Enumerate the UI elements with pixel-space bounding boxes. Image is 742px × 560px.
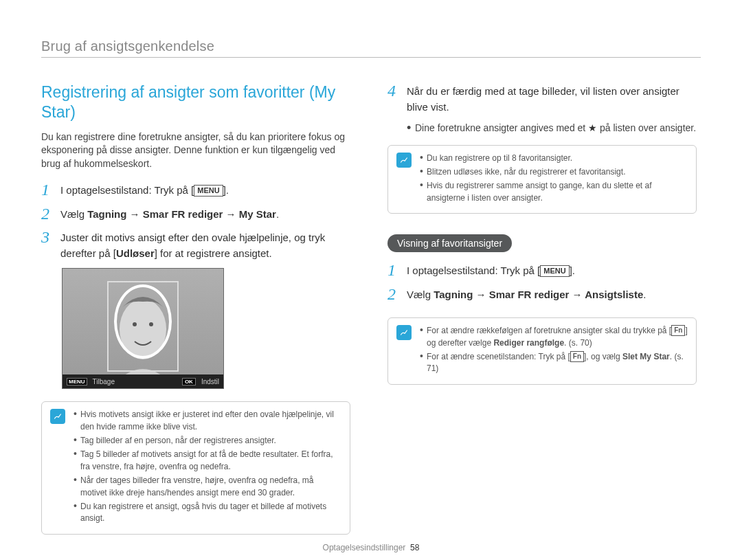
text: . [276,208,279,220]
note-box: Hvis motivets ansigt ikke er justeret in… [41,401,350,535]
page-number: 58 [410,543,419,552]
step-number: 3 [41,229,54,245]
text: ]. [570,265,575,276]
text: Dine foretrukne ansigter angives med et [415,122,588,133]
step-number: 1 [41,181,54,198]
bullet-item: Dine foretrukne ansigter angives med et … [407,122,697,135]
text: . [643,289,646,300]
note-item: Du kan registrere et ansigt, også hvis d… [74,501,341,525]
step-number: 1 [387,262,400,278]
step-1: 1 I optagelsestilstand: Tryk på [MENU]. [41,181,350,199]
note-item: For at ændre scenetilstanden: Tryk på [F… [420,351,688,375]
subsection-pill: Visning af favoritansigter [387,234,512,252]
bold: Slet My Star [622,352,670,361]
note-item: Tag 5 billeder af motivets ansigt for at… [74,449,341,473]
step-body: Vælg Tagning → Smar FR rediger → My Star… [60,205,279,223]
note-item: Tag billeder af en person, når der regis… [74,435,341,447]
oval-guide [114,284,172,359]
fn-key-icon: Fn [671,325,685,336]
step-number: 4 [387,82,400,99]
note-icon [50,409,65,424]
r-step-1: 1 I optagelsestilstand: Tryk på [MENU]. [387,262,697,279]
menu-path: Tagning → Smar FR rediger → My Star [87,208,276,220]
text: ]. [223,184,229,196]
star-icon: ★ [588,122,597,133]
page-footer: Optagelsesindstillinger 58 [41,543,701,552]
text: på listen over ansigter. [597,122,696,133]
text: ], og vælg [584,352,622,361]
text: . (s. 70) [564,338,592,348]
menu-key-icon: MENU [540,265,569,277]
text: Vælg [60,208,87,220]
note-item: Hvis motivets ansigt ikke er justeret in… [74,409,341,433]
menu-path: Tagning → Smar FR rediger → Ansigtsliste [434,289,643,300]
text: ] for at registrere ansigtet. [155,247,272,259]
note-list: Du kan registrere op til 8 favoritansigt… [420,153,688,207]
step-body: Vælg Tagning → Smar FR rediger → Ansigts… [407,286,646,303]
text: I optagelsestilstand: Tryk på [ [407,265,540,276]
set-label: Indstil [201,378,219,385]
menu-key-icon: MENU [194,185,223,197]
step-body: I optagelsestilstand: Tryk på [MENU]. [60,181,229,199]
step-number: 2 [387,286,400,302]
note-item: Når der tages billeder fra venstre, højr… [74,475,341,499]
figure-footer-bar: MENU Tilbage OK Indstil [63,374,223,388]
step-2: 2 Vælg Tagning → Smar FR rediger → My St… [41,205,350,223]
note-item: For at ændre rækkefølgen af foretrukne a… [420,325,688,349]
ok-label-icon: OK [182,378,196,385]
section-intro: Du kan registrere dine foretrukne ansigt… [41,131,350,171]
note-list: Hvis motivets ansigt ikke er justeret in… [74,409,341,527]
note-icon [396,325,412,340]
right-column: 4 Når du er færdig med at tage billeder,… [387,82,697,535]
menu-label-icon: MENU [67,378,87,385]
step-number: 2 [41,205,54,222]
note-item: Hvis du registrerer samme ansigt to gang… [420,180,688,204]
step-3: 3 Juster dit motivs ansigt efter den ova… [41,229,350,261]
fn-key-icon: Fn [570,351,584,362]
shutter-key: Udløser [116,247,155,259]
section-title: Registrering af ansigter som favoritter … [41,82,350,122]
note-box: Du kan registrere op til 8 favoritansigt… [387,145,697,214]
step-body: Når du er færdig med at tage billeder, v… [407,82,697,115]
page-header: Brug af ansigtsgenkendelse [41,38,701,58]
camera-preview-figure: MENU Tilbage OK Indstil [62,268,224,389]
text: For at ændre scenetilstanden: Tryk på [ [427,352,570,361]
step-body: Juster dit motivs ansigt efter den ovale… [60,229,350,261]
step-4: 4 Når du er færdig med at tage billeder,… [387,82,697,115]
note-icon [396,153,412,168]
step-4-bullets: Dine foretrukne ansigter angives med et … [387,122,697,135]
text: Vælg [407,289,434,300]
footer-label: Optagelsesindstillinger [323,543,406,552]
bold: Rediger rangfølge [493,338,564,348]
back-label: Tilbage [93,378,115,385]
text: I optagelsestilstand: Tryk på [ [60,184,194,196]
two-column-layout: Registrering af ansigter som favoritter … [41,82,701,535]
note-item: Du kan registrere op til 8 favoritansigt… [420,153,688,164]
note-item: Blitzen udløses ikke, når du registrerer… [420,166,688,178]
text: For at ændre rækkefølgen af foretrukne a… [427,326,671,335]
r-step-2: 2 Vælg Tagning → Smar FR rediger → Ansig… [387,286,697,303]
note-box: For at ændre rækkefølgen af foretrukne a… [387,317,697,385]
step-body: I optagelsestilstand: Tryk på [MENU]. [407,262,575,279]
note-list: For at ændre rækkefølgen af foretrukne a… [420,325,688,377]
left-column: Registrering af ansigter som favoritter … [41,82,350,535]
